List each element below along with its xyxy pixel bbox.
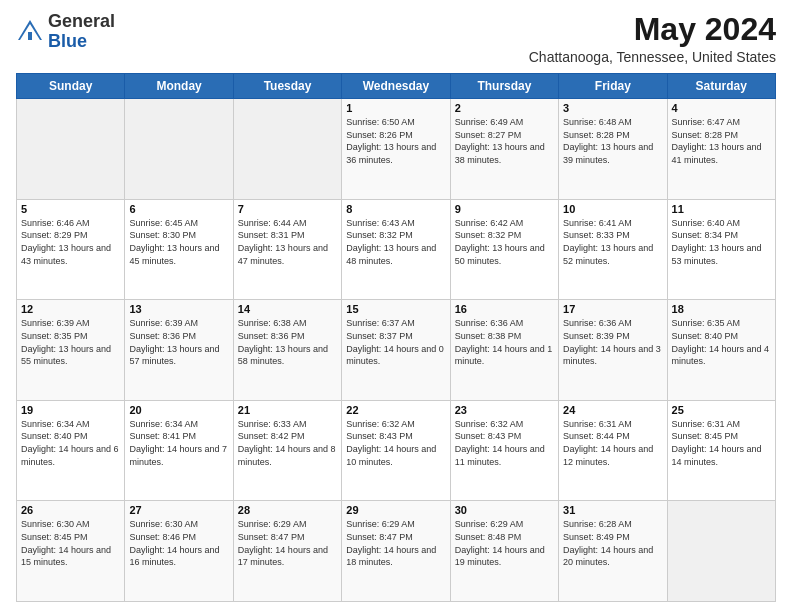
day-number: 2 — [455, 102, 554, 114]
calendar-header-row: SundayMondayTuesdayWednesdayThursdayFrid… — [17, 74, 776, 99]
day-number: 29 — [346, 504, 445, 516]
calendar-day-header: Tuesday — [233, 74, 341, 99]
day-info: Sunrise: 6:50 AM Sunset: 8:26 PM Dayligh… — [346, 116, 445, 166]
day-number: 13 — [129, 303, 228, 315]
day-number: 19 — [21, 404, 120, 416]
calendar-cell: 6Sunrise: 6:45 AM Sunset: 8:30 PM Daylig… — [125, 199, 233, 300]
calendar-cell: 14Sunrise: 6:38 AM Sunset: 8:36 PM Dayli… — [233, 300, 341, 401]
day-info: Sunrise: 6:39 AM Sunset: 8:36 PM Dayligh… — [129, 317, 228, 367]
calendar-cell: 11Sunrise: 6:40 AM Sunset: 8:34 PM Dayli… — [667, 199, 775, 300]
calendar-cell: 17Sunrise: 6:36 AM Sunset: 8:39 PM Dayli… — [559, 300, 667, 401]
calendar-cell: 1Sunrise: 6:50 AM Sunset: 8:26 PM Daylig… — [342, 99, 450, 200]
calendar-cell: 31Sunrise: 6:28 AM Sunset: 8:49 PM Dayli… — [559, 501, 667, 602]
day-info: Sunrise: 6:49 AM Sunset: 8:27 PM Dayligh… — [455, 116, 554, 166]
day-number: 21 — [238, 404, 337, 416]
day-info: Sunrise: 6:31 AM Sunset: 8:45 PM Dayligh… — [672, 418, 771, 468]
day-info: Sunrise: 6:45 AM Sunset: 8:30 PM Dayligh… — [129, 217, 228, 267]
calendar-day-header: Monday — [125, 74, 233, 99]
day-info: Sunrise: 6:32 AM Sunset: 8:43 PM Dayligh… — [346, 418, 445, 468]
day-number: 18 — [672, 303, 771, 315]
calendar-cell: 16Sunrise: 6:36 AM Sunset: 8:38 PM Dayli… — [450, 300, 558, 401]
calendar-cell: 26Sunrise: 6:30 AM Sunset: 8:45 PM Dayli… — [17, 501, 125, 602]
logo-text: General Blue — [48, 12, 115, 52]
day-number: 1 — [346, 102, 445, 114]
calendar-cell: 22Sunrise: 6:32 AM Sunset: 8:43 PM Dayli… — [342, 400, 450, 501]
calendar-week-row: 12Sunrise: 6:39 AM Sunset: 8:35 PM Dayli… — [17, 300, 776, 401]
calendar-cell: 30Sunrise: 6:29 AM Sunset: 8:48 PM Dayli… — [450, 501, 558, 602]
calendar-cell: 12Sunrise: 6:39 AM Sunset: 8:35 PM Dayli… — [17, 300, 125, 401]
day-number: 22 — [346, 404, 445, 416]
calendar-cell: 4Sunrise: 6:47 AM Sunset: 8:28 PM Daylig… — [667, 99, 775, 200]
page: General Blue May 2024 Chattanooga, Tenne… — [0, 0, 792, 612]
logo: General Blue — [16, 12, 115, 52]
day-number: 26 — [21, 504, 120, 516]
header: General Blue May 2024 Chattanooga, Tenne… — [16, 12, 776, 65]
calendar-week-row: 26Sunrise: 6:30 AM Sunset: 8:45 PM Dayli… — [17, 501, 776, 602]
calendar-cell — [125, 99, 233, 200]
calendar-cell: 8Sunrise: 6:43 AM Sunset: 8:32 PM Daylig… — [342, 199, 450, 300]
day-number: 8 — [346, 203, 445, 215]
day-info: Sunrise: 6:34 AM Sunset: 8:40 PM Dayligh… — [21, 418, 120, 468]
title-block: May 2024 Chattanooga, Tennessee, United … — [529, 12, 776, 65]
calendar-cell: 20Sunrise: 6:34 AM Sunset: 8:41 PM Dayli… — [125, 400, 233, 501]
day-info: Sunrise: 6:28 AM Sunset: 8:49 PM Dayligh… — [563, 518, 662, 568]
day-info: Sunrise: 6:30 AM Sunset: 8:46 PM Dayligh… — [129, 518, 228, 568]
day-number: 28 — [238, 504, 337, 516]
calendar-cell — [667, 501, 775, 602]
logo-general: General — [48, 11, 115, 31]
calendar-cell: 18Sunrise: 6:35 AM Sunset: 8:40 PM Dayli… — [667, 300, 775, 401]
logo-blue: Blue — [48, 31, 87, 51]
logo-icon — [16, 18, 44, 46]
day-info: Sunrise: 6:29 AM Sunset: 8:47 PM Dayligh… — [346, 518, 445, 568]
calendar-cell: 23Sunrise: 6:32 AM Sunset: 8:43 PM Dayli… — [450, 400, 558, 501]
day-number: 30 — [455, 504, 554, 516]
calendar-week-row: 1Sunrise: 6:50 AM Sunset: 8:26 PM Daylig… — [17, 99, 776, 200]
calendar-week-row: 19Sunrise: 6:34 AM Sunset: 8:40 PM Dayli… — [17, 400, 776, 501]
calendar-cell — [233, 99, 341, 200]
calendar-day-header: Friday — [559, 74, 667, 99]
day-info: Sunrise: 6:46 AM Sunset: 8:29 PM Dayligh… — [21, 217, 120, 267]
day-number: 12 — [21, 303, 120, 315]
day-number: 3 — [563, 102, 662, 114]
day-number: 15 — [346, 303, 445, 315]
day-info: Sunrise: 6:48 AM Sunset: 8:28 PM Dayligh… — [563, 116, 662, 166]
day-number: 7 — [238, 203, 337, 215]
calendar-cell: 3Sunrise: 6:48 AM Sunset: 8:28 PM Daylig… — [559, 99, 667, 200]
calendar-day-header: Thursday — [450, 74, 558, 99]
day-number: 9 — [455, 203, 554, 215]
calendar-day-header: Sunday — [17, 74, 125, 99]
calendar-cell: 19Sunrise: 6:34 AM Sunset: 8:40 PM Dayli… — [17, 400, 125, 501]
day-info: Sunrise: 6:41 AM Sunset: 8:33 PM Dayligh… — [563, 217, 662, 267]
day-info: Sunrise: 6:43 AM Sunset: 8:32 PM Dayligh… — [346, 217, 445, 267]
day-number: 6 — [129, 203, 228, 215]
day-info: Sunrise: 6:35 AM Sunset: 8:40 PM Dayligh… — [672, 317, 771, 367]
calendar-cell: 28Sunrise: 6:29 AM Sunset: 8:47 PM Dayli… — [233, 501, 341, 602]
month-year: May 2024 — [529, 12, 776, 47]
day-number: 31 — [563, 504, 662, 516]
calendar-cell: 25Sunrise: 6:31 AM Sunset: 8:45 PM Dayli… — [667, 400, 775, 501]
day-info: Sunrise: 6:29 AM Sunset: 8:47 PM Dayligh… — [238, 518, 337, 568]
day-number: 20 — [129, 404, 228, 416]
location: Chattanooga, Tennessee, United States — [529, 49, 776, 65]
calendar-day-header: Wednesday — [342, 74, 450, 99]
calendar-cell: 27Sunrise: 6:30 AM Sunset: 8:46 PM Dayli… — [125, 501, 233, 602]
calendar-cell: 2Sunrise: 6:49 AM Sunset: 8:27 PM Daylig… — [450, 99, 558, 200]
day-info: Sunrise: 6:39 AM Sunset: 8:35 PM Dayligh… — [21, 317, 120, 367]
calendar-day-header: Saturday — [667, 74, 775, 99]
day-info: Sunrise: 6:44 AM Sunset: 8:31 PM Dayligh… — [238, 217, 337, 267]
day-info: Sunrise: 6:42 AM Sunset: 8:32 PM Dayligh… — [455, 217, 554, 267]
day-info: Sunrise: 6:32 AM Sunset: 8:43 PM Dayligh… — [455, 418, 554, 468]
day-info: Sunrise: 6:29 AM Sunset: 8:48 PM Dayligh… — [455, 518, 554, 568]
day-info: Sunrise: 6:31 AM Sunset: 8:44 PM Dayligh… — [563, 418, 662, 468]
calendar-cell — [17, 99, 125, 200]
day-info: Sunrise: 6:33 AM Sunset: 8:42 PM Dayligh… — [238, 418, 337, 468]
day-number: 10 — [563, 203, 662, 215]
day-number: 17 — [563, 303, 662, 315]
day-info: Sunrise: 6:36 AM Sunset: 8:38 PM Dayligh… — [455, 317, 554, 367]
day-number: 4 — [672, 102, 771, 114]
calendar-cell: 29Sunrise: 6:29 AM Sunset: 8:47 PM Dayli… — [342, 501, 450, 602]
calendar-cell: 24Sunrise: 6:31 AM Sunset: 8:44 PM Dayli… — [559, 400, 667, 501]
calendar-cell: 5Sunrise: 6:46 AM Sunset: 8:29 PM Daylig… — [17, 199, 125, 300]
calendar-cell: 10Sunrise: 6:41 AM Sunset: 8:33 PM Dayli… — [559, 199, 667, 300]
day-info: Sunrise: 6:47 AM Sunset: 8:28 PM Dayligh… — [672, 116, 771, 166]
